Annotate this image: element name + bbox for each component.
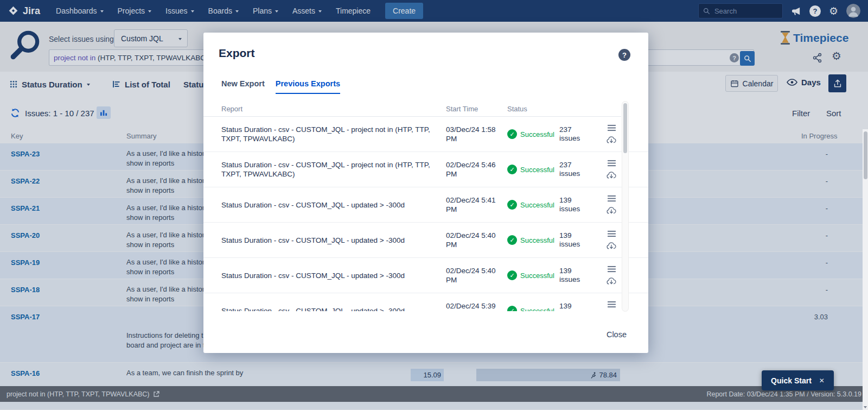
export-row: Status Duration - csv - CUSTOM_JQL - upd… — [203, 223, 648, 258]
row-menu-icon[interactable] — [607, 124, 616, 131]
dialog-tabs: New Export Previous Exports — [221, 79, 340, 94]
status-label: Successful — [520, 201, 554, 209]
cloud-download-icon[interactable] — [606, 171, 617, 180]
row-menu-icon[interactable] — [607, 266, 616, 273]
export-row-actions — [606, 195, 617, 215]
row-menu-icon[interactable] — [607, 195, 616, 202]
check-circle-icon: ✓ — [507, 270, 517, 280]
check-circle-icon: ✓ — [507, 165, 517, 174]
export-report-name: Status Duration - csv - CUSTOM_JQL - pro… — [221, 125, 433, 143]
export-row-actions — [606, 160, 617, 180]
export-report-name: Status Duration - csv - CUSTOM_JQL - upd… — [221, 200, 433, 210]
export-start-time: 02/Dec/24 5:40 PM — [446, 266, 496, 285]
check-circle-icon: ✓ — [507, 200, 517, 210]
close-button[interactable]: Close — [607, 330, 627, 339]
export-dialog: Export ? New Export Previous Exports Rep… — [203, 33, 648, 353]
check-circle-icon: ✓ — [507, 129, 517, 139]
export-issue-count: 139 issues — [559, 231, 586, 249]
export-row: Status Duration - csv - CUSTOM_JQL - pro… — [203, 152, 648, 187]
export-issue-count: 139 issues — [559, 196, 586, 213]
export-issue-count: 139 issues — [559, 302, 586, 311]
column-header-start-time: Start Time — [446, 105, 496, 113]
export-issue-count: 237 issues — [559, 161, 586, 178]
check-circle-icon: ✓ — [507, 235, 517, 245]
export-status: ✓ Successful — [507, 165, 559, 174]
column-header-status: Status — [507, 105, 527, 113]
export-report-name: Status Duration - csv - CUSTOM_JQL - upd… — [221, 236, 433, 245]
export-start-time: 02/Dec/24 5:40 PM — [446, 231, 496, 249]
export-status: ✓ Successful — [507, 200, 559, 210]
export-status: ✓ Successful — [507, 129, 559, 139]
check-circle-icon: ✓ — [507, 306, 517, 311]
export-start-time: 02/Dec/24 5:46 PM — [446, 160, 496, 179]
row-menu-icon[interactable] — [607, 301, 616, 308]
export-row-actions — [606, 124, 617, 144]
row-menu-icon[interactable] — [607, 160, 616, 167]
export-start-time: 02/Dec/24 5:41 PM — [446, 195, 496, 214]
export-row: Status Duration - csv - CUSTOM_JQL - upd… — [203, 258, 648, 293]
export-row-actions — [606, 266, 617, 286]
page-scrollbar-thumb[interactable] — [864, 131, 867, 179]
row-menu-icon[interactable] — [607, 230, 616, 237]
question-glyph: ? — [622, 51, 627, 59]
status-label: Successful — [520, 272, 554, 280]
cloud-download-icon[interactable] — [606, 135, 617, 144]
export-start-time: 02/Dec/24 5:39 PM — [446, 301, 496, 311]
dialog-title: Export — [219, 47, 255, 60]
export-row: Status Duration - csv - CUSTOM_JQL - upd… — [203, 293, 648, 311]
status-label: Successful — [520, 130, 554, 138]
export-report-name: Status Duration - csv - CUSTOM_JQL - pro… — [221, 160, 433, 179]
tab-previous-exports[interactable]: Previous Exports — [276, 79, 340, 94]
export-status: ✓ Successful — [507, 270, 559, 280]
exports-table-header: Report Start Time Status — [203, 101, 621, 117]
export-report-name: Status Duration - csv - CUSTOM_JQL - upd… — [221, 271, 433, 280]
export-report-name: Status Duration - csv - CUSTOM_JQL - upd… — [221, 306, 433, 312]
cloud-download-icon[interactable] — [606, 276, 617, 286]
export-status: ✓ Successful — [507, 306, 559, 311]
export-start-time: 03/Dec/24 1:58 PM — [446, 125, 496, 143]
export-issue-count: 139 issues — [559, 267, 586, 284]
quick-start-button[interactable]: Quick Start ✕ — [762, 370, 834, 390]
dialog-help-icon[interactable]: ? — [618, 49, 630, 61]
close-icon[interactable]: ✕ — [819, 377, 825, 384]
scroll-down-arrow-icon[interactable] — [864, 406, 867, 408]
export-issue-count: 237 issues — [559, 125, 586, 143]
page-scrollbar[interactable] — [863, 129, 868, 410]
status-label: Successful — [520, 236, 554, 244]
dialog-scrollbar[interactable] — [622, 101, 629, 312]
exports-table-body: Status Duration - csv - CUSTOM_JQL - pro… — [203, 117, 648, 311]
column-header-report: Report — [221, 105, 433, 113]
app-root: Jira Dashboards Projects Issues Boards P… — [0, 0, 868, 410]
export-row: Status Duration - csv - CUSTOM_JQL - upd… — [203, 187, 648, 223]
export-row: Status Duration - csv - CUSTOM_JQL - pro… — [203, 117, 648, 152]
export-row-actions — [606, 301, 617, 312]
quick-start-label: Quick Start — [771, 376, 812, 385]
status-label: Successful — [520, 307, 554, 312]
dialog-scrollbar-thumb[interactable] — [623, 103, 627, 153]
status-label: Successful — [520, 166, 554, 174]
cloud-download-icon[interactable] — [606, 241, 617, 250]
cloud-download-icon[interactable] — [606, 206, 617, 215]
export-status: ✓ Successful — [507, 235, 559, 245]
tab-new-export[interactable]: New Export — [221, 79, 265, 94]
export-row-actions — [606, 230, 617, 250]
